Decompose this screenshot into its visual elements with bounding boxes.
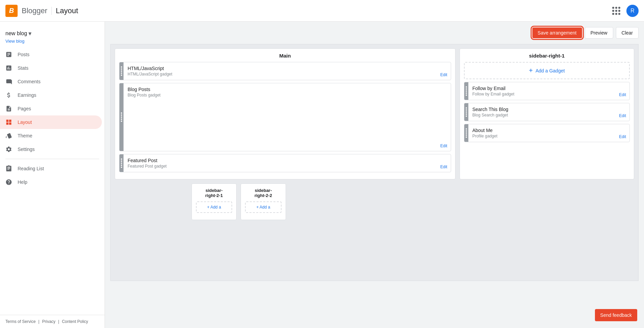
drag-handle[interactable] <box>464 103 468 121</box>
stats-icon <box>5 65 12 71</box>
apps-icon[interactable] <box>610 5 622 17</box>
reading-list-label: Reading List <box>18 166 44 171</box>
gadget-body: Follow by Email Follow by Email gadget <box>468 82 629 100</box>
add-a-label-2-2: + Add a <box>256 205 270 210</box>
sidebar: new blog ▾ View blog Posts Stats Comment… <box>0 22 105 328</box>
posts-icon <box>5 51 12 58</box>
search-blog-edit[interactable]: Edit <box>619 113 626 118</box>
html-js-gadget: HTML/JavaScript HTML/JavaScript gadget E… <box>119 62 451 80</box>
clear-button[interactable]: Clear <box>616 27 639 39</box>
help-icon <box>5 179 12 185</box>
preview-button[interactable]: Preview <box>585 27 613 39</box>
drag-handle[interactable] <box>464 82 468 100</box>
layout-icon <box>5 119 12 126</box>
earnings-icon <box>5 92 12 99</box>
gadget-desc: Featured Post gadget <box>128 164 447 169</box>
sidebar-item-comments[interactable]: Comments <box>0 75 102 88</box>
dropdown-arrow-icon: ▾ <box>28 30 31 37</box>
gadget-name: Search This Blog <box>472 107 625 112</box>
html-js-edit[interactable]: Edit <box>440 72 447 77</box>
sidebar-item-earnings[interactable]: Earnings <box>0 88 102 102</box>
app-name: Blogger <box>22 6 47 15</box>
main-layout: new blog ▾ View blog Posts Stats Comment… <box>0 0 644 328</box>
send-feedback-button[interactable]: Send feedback <box>595 309 637 321</box>
gadget-body: HTML/JavaScript HTML/JavaScript gadget <box>124 62 451 80</box>
search-blog-gadget: Search This Blog Blog Search gadget Edit <box>464 103 630 121</box>
sidebar-divider <box>5 159 99 159</box>
gadget-desc: HTML/JavaScript gadget <box>128 72 447 76</box>
blog-posts-gadget: Blog Posts Blog Posts gadget Edit <box>119 83 451 151</box>
sidebar-item-posts[interactable]: Posts <box>0 48 102 61</box>
posts-label: Posts <box>18 52 29 57</box>
sidebar-item-layout[interactable]: Layout <box>0 115 102 129</box>
save-arrangement-button[interactable]: Save arrangement <box>532 27 582 38</box>
sidebar-item-stats[interactable]: Stats <box>0 61 102 75</box>
page-title: Layout <box>56 6 78 15</box>
gadget-name: Blog Posts <box>128 87 447 92</box>
drag-handle[interactable] <box>119 62 124 80</box>
reading-list-icon <box>5 165 12 172</box>
blog-name: new blog <box>5 30 27 37</box>
sidebar-item-settings[interactable]: Settings <box>0 143 102 156</box>
sidebar-item-theme[interactable]: Theme <box>0 129 102 143</box>
privacy-link[interactable]: Privacy <box>42 319 55 324</box>
about-me-gadget: About Me Profile gadget Edit <box>464 124 630 142</box>
main-content: Save arrangement Preview Clear Main H <box>105 22 644 328</box>
view-blog-link[interactable]: View blog <box>0 39 105 48</box>
layout-canvas: Main HTML/JavaScript HTML/JavaScript gad… <box>110 44 639 281</box>
help-label: Help <box>18 179 27 185</box>
earnings-label: Earnings <box>18 92 36 98</box>
blog-name-row[interactable]: new blog ▾ <box>0 27 105 39</box>
gadget-name: Featured Post <box>128 158 447 163</box>
featured-post-edit[interactable]: Edit <box>440 165 447 169</box>
pages-icon <box>5 105 12 112</box>
settings-icon <box>5 146 12 153</box>
blog-posts-edit[interactable]: Edit <box>440 144 447 148</box>
gadget-desc: Profile gadget <box>472 134 625 138</box>
main-section-title: Main <box>119 53 451 59</box>
sidebar-footer: Terms of Service | Privacy | Content Pol… <box>0 315 105 328</box>
comments-icon <box>5 78 12 85</box>
pages-label: Pages <box>18 106 31 111</box>
stats-label: Stats <box>18 65 28 71</box>
comments-label: Comments <box>18 79 41 84</box>
gadget-body: Featured Post Featured Post gadget <box>124 154 451 172</box>
terms-link[interactable]: Terms of Service <box>5 319 36 324</box>
gadget-body: Blog Posts Blog Posts gadget <box>124 83 451 151</box>
blogger-logo: B <box>5 5 18 17</box>
follow-email-gadget: Follow by Email Follow by Email gadget E… <box>464 82 630 100</box>
plus-icon: + <box>529 67 533 74</box>
sidebar-right-2-1-section: sidebar-right-2-1 + Add a <box>192 183 237 220</box>
sidebar-item-reading-list[interactable]: Reading List <box>0 162 102 175</box>
content-policy-link[interactable]: Content Policy <box>62 319 88 324</box>
gadget-body: Search This Blog Blog Search gadget <box>468 103 629 121</box>
sidebar-right-1-section: sidebar-right-1 + Add a Gadget Follow by… <box>460 48 634 179</box>
gadget-body: About Me Profile gadget <box>468 124 629 142</box>
drag-handle[interactable] <box>119 154 124 172</box>
gadget-desc: Blog Search gadget <box>472 113 625 117</box>
drag-handle[interactable] <box>119 83 124 151</box>
sidebar-right-2-2-section: sidebar-right-2-2 + Add a <box>241 183 286 220</box>
main-row: Main HTML/JavaScript HTML/JavaScript gad… <box>115 48 634 179</box>
sidebar-item-pages[interactable]: Pages <box>0 102 102 115</box>
sidebar-item-help[interactable]: Help <box>0 175 102 189</box>
sidebar-right-2-1-title: sidebar-right-2-1 <box>196 188 232 198</box>
featured-post-gadget: Featured Post Featured Post gadget Edit <box>119 154 451 172</box>
gadget-name: About Me <box>472 128 625 133</box>
sidebar-row-2: sidebar-right-2-1 + Add a sidebar-right-… <box>115 183 286 220</box>
user-avatar[interactable]: R <box>626 5 639 17</box>
settings-label: Settings <box>18 147 35 152</box>
sidebar-right-1-title: sidebar-right-1 <box>464 53 630 59</box>
add-gadget-2-2-button[interactable]: + Add a <box>245 201 281 213</box>
add-gadget-button[interactable]: + Add a Gadget <box>464 62 630 79</box>
add-a-label-2-1: + Add a <box>207 205 221 210</box>
header-divider <box>51 7 52 15</box>
toolbar: Save arrangement Preview Clear <box>110 27 639 39</box>
gadget-name: Follow by Email <box>472 86 625 91</box>
add-gadget-label: Add a Gadget <box>535 68 564 73</box>
add-gadget-2-1-button[interactable]: + Add a <box>196 201 232 213</box>
drag-handle[interactable] <box>464 124 468 142</box>
about-me-edit[interactable]: Edit <box>619 134 626 139</box>
sidebar-right-2-2-title: sidebar-right-2-2 <box>245 188 281 198</box>
follow-email-edit[interactable]: Edit <box>619 92 626 97</box>
